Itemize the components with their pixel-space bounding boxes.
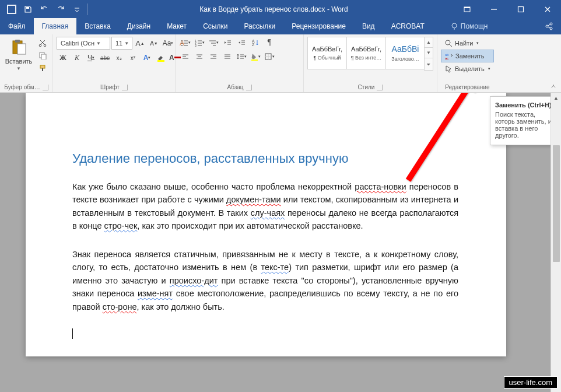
- superscript-button[interactable]: x²: [127, 52, 139, 64]
- svg-point-7: [452, 23, 457, 28]
- title-bar: Как в Ворде убрать перенос слов.docx - W…: [0, 0, 561, 18]
- increase-indent-button[interactable]: [235, 37, 248, 48]
- svg-rect-13: [15, 40, 20, 43]
- share-button[interactable]: [545, 18, 561, 34]
- bullets-button[interactable]: ▾: [179, 37, 192, 48]
- select-button[interactable]: Выделить▾: [441, 62, 494, 75]
- paragraph-1[interactable]: Как уже было сказано выше, особенно част…: [72, 180, 458, 233]
- share-icon: [545, 22, 553, 30]
- shrink-font-button[interactable]: A▼: [148, 37, 160, 49]
- grow-font-button[interactable]: A▲: [134, 37, 146, 49]
- numbering-button[interactable]: 123▾: [193, 37, 206, 48]
- svg-rect-4: [464, 7, 470, 8]
- svg-rect-18: [41, 54, 46, 60]
- replace-tooltip: Заменить (Ctrl+H) Поиск текста, которь з…: [490, 96, 558, 145]
- italic-button[interactable]: К: [71, 52, 83, 64]
- font-launcher[interactable]: [122, 85, 128, 90]
- format-painter-button[interactable]: [36, 62, 49, 74]
- paste-button[interactable]: Вставить ▼: [3, 37, 34, 75]
- redo-button[interactable]: [54, 2, 68, 16]
- tab-view[interactable]: Вид: [354, 18, 383, 34]
- paste-icon: [9, 38, 28, 57]
- align-left-button[interactable]: [179, 51, 192, 62]
- tab-review[interactable]: Рецензирование: [283, 18, 354, 34]
- save-button[interactable]: [21, 2, 35, 16]
- style-heading1[interactable]: АаБбВіЗаголово…: [385, 37, 425, 69]
- clipboard-launcher[interactable]: [43, 85, 48, 90]
- group-clipboard: Вставить ▼ Буфер обм…: [0, 34, 53, 92]
- tab-layout[interactable]: Макет: [159, 18, 195, 34]
- heading[interactable]: Удаление переносов, расставленных вручну…: [72, 151, 458, 166]
- show-marks-button[interactable]: ¶: [263, 37, 276, 48]
- svg-rect-2: [26, 7, 29, 9]
- tell-me[interactable]: Помощн: [450, 18, 488, 34]
- tab-home[interactable]: Главная: [34, 18, 77, 34]
- word-icon[interactable]: [5, 2, 19, 16]
- close-button[interactable]: [534, 0, 561, 18]
- style-normal[interactable]: АаБбВвГг,¶ Обычный: [307, 37, 347, 69]
- subscript-button[interactable]: x₂: [113, 52, 125, 64]
- align-right-button[interactable]: [207, 51, 220, 62]
- cursor-icon: [444, 65, 453, 73]
- styles-scroll-down[interactable]: ▼: [425, 48, 433, 58]
- svg-rect-19: [40, 65, 45, 68]
- ribbon-tabs: Файл Главная Вставка Дизайн Макет Ссылки…: [0, 18, 561, 34]
- tab-file[interactable]: Файл: [0, 18, 34, 34]
- justify-button[interactable]: [221, 51, 234, 62]
- collapse-ribbon-button[interactable]: ㅅ: [548, 82, 559, 91]
- svg-rect-1: [8, 6, 15, 13]
- borders-button[interactable]: ▾: [263, 51, 276, 62]
- tab-mailings[interactable]: Рассылки: [236, 18, 283, 34]
- document-page[interactable]: Удаление переносов, расставленных вручну…: [26, 93, 506, 356]
- multilevel-list-button[interactable]: ▾: [207, 37, 220, 48]
- svg-text:3: 3: [195, 44, 197, 47]
- find-button[interactable]: Найти▾: [441, 37, 494, 50]
- styles-gallery-controls: ▲ ▼ ⏷: [424, 37, 433, 71]
- tab-references[interactable]: Ссылки: [195, 18, 236, 34]
- svg-point-23: [181, 43, 183, 44]
- styles-launcher[interactable]: [377, 85, 383, 90]
- maximize-button[interactable]: [507, 0, 534, 18]
- qat-separator: [87, 4, 88, 15]
- tab-acrobat[interactable]: ACROBAT: [383, 18, 433, 34]
- tab-insert[interactable]: Вставка: [76, 18, 119, 34]
- decrease-indent-button[interactable]: [221, 37, 234, 48]
- replace-button[interactable]: abacЗаменить: [441, 50, 494, 62]
- scroll-up-button[interactable]: ▲: [551, 93, 561, 103]
- line-spacing-button[interactable]: ▾: [235, 51, 248, 62]
- text-effects-button[interactable]: A▾: [141, 52, 153, 64]
- paragraph-2[interactable]: Знак переноса является статичным, привяз…: [72, 248, 458, 313]
- vertical-scrollbar[interactable]: ▲ ▼: [551, 93, 561, 392]
- undo-button[interactable]: [37, 2, 51, 16]
- ribbon-display-button[interactable]: [454, 0, 481, 18]
- cut-button[interactable]: [36, 37, 49, 48]
- lightbulb-icon: [450, 22, 458, 30]
- font-name-combo[interactable]: Calibri (Осн▼: [57, 37, 110, 50]
- change-case-button[interactable]: Aa▾: [162, 37, 174, 49]
- font-size-combo[interactable]: 11▼: [111, 37, 132, 50]
- ribbon: Вставить ▼ Буфер обм… Calibri (Осн▼ 11▼ …: [0, 34, 561, 93]
- text-cursor: [72, 328, 73, 339]
- styles-expand[interactable]: ⏷: [425, 58, 433, 70]
- bold-button[interactable]: Ж: [57, 52, 69, 64]
- style-no-spacing[interactable]: АаБбВвГг,¶ Без инте…: [346, 37, 386, 69]
- underline-button[interactable]: Ч▾: [85, 52, 97, 64]
- scroll-thumb[interactable]: [553, 145, 560, 262]
- svg-rect-20: [157, 60, 164, 62]
- align-center-button[interactable]: [193, 51, 206, 62]
- svg-line-64: [450, 44, 452, 47]
- highlight-button[interactable]: [155, 52, 167, 64]
- sort-button[interactable]: AZ: [249, 37, 262, 48]
- paragraph-launcher[interactable]: [246, 85, 252, 90]
- shading-button[interactable]: ▾: [249, 51, 262, 62]
- styles-scroll-up[interactable]: ▲: [425, 37, 433, 48]
- svg-point-63: [446, 40, 450, 45]
- copy-button[interactable]: [36, 50, 49, 61]
- tab-design[interactable]: Дизайн: [119, 18, 159, 34]
- minimize-button[interactable]: [481, 0, 507, 18]
- replace-icon: abac: [445, 52, 453, 60]
- svg-rect-14: [17, 44, 26, 54]
- qat-customize-button[interactable]: [70, 2, 84, 16]
- strike-button[interactable]: abc: [99, 52, 111, 64]
- svg-text:ac: ac: [445, 57, 448, 60]
